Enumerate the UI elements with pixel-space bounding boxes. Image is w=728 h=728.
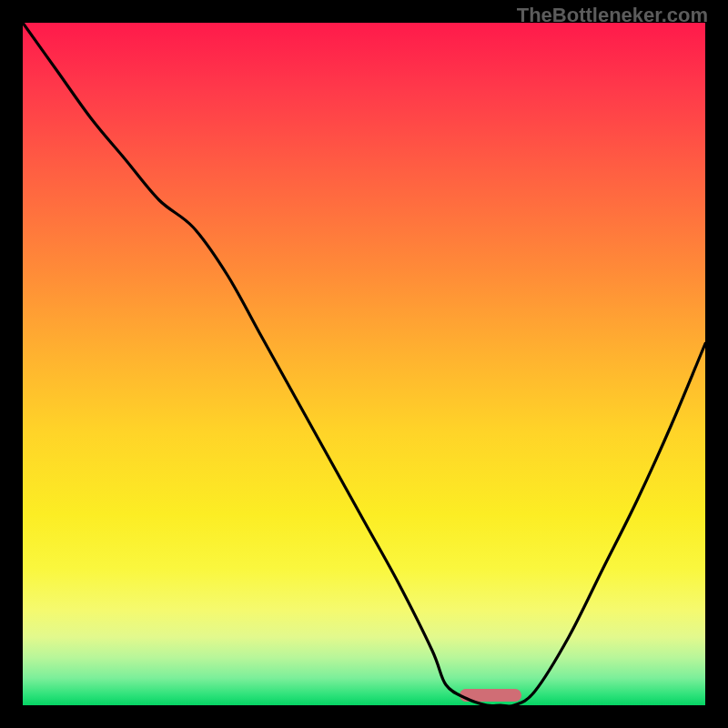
watermark-text: TheBottleneker.com [517, 4, 708, 27]
bottleneck-curve [23, 23, 705, 705]
curve-path [23, 23, 705, 705]
plot-area [23, 23, 705, 705]
chart-container: TheBottleneker.com [0, 0, 728, 728]
